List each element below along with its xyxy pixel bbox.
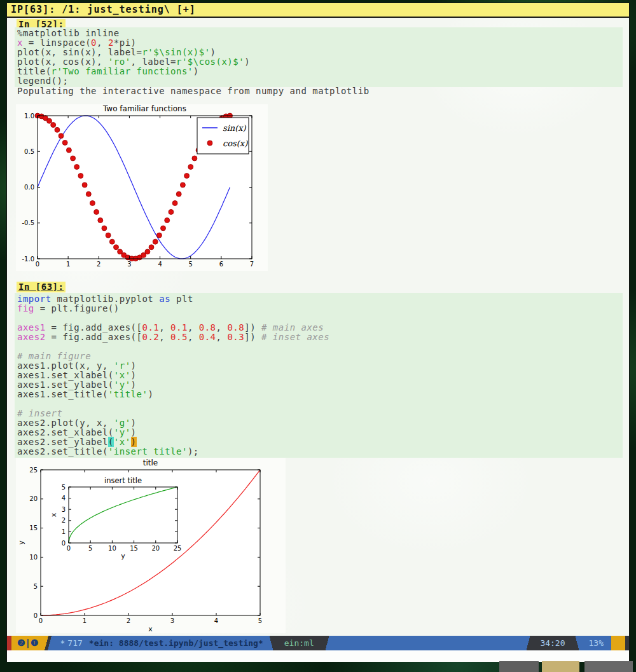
powerline-separator xyxy=(323,636,331,650)
modeline-accent-bar xyxy=(7,636,11,650)
powerline-separator xyxy=(524,636,532,650)
svg-text:sin(x): sin(x) xyxy=(223,123,247,133)
svg-text:15: 15 xyxy=(29,525,38,531)
svg-text:-1.0: -1.0 xyxy=(22,256,34,263)
svg-text:0: 0 xyxy=(39,617,43,624)
buffer-segment: * 717 *ein: 8888/test.ipynb/just_testing… xyxy=(53,636,267,650)
svg-text:1: 1 xyxy=(62,528,66,535)
svg-text:0: 0 xyxy=(62,540,66,547)
major-mode-segment: ein:ml xyxy=(275,636,323,650)
modified-flag: * xyxy=(60,636,66,650)
svg-text:0.0: 0.0 xyxy=(24,184,34,191)
cell-output-text: Populating the interactive namespace fro… xyxy=(17,86,370,96)
battery-icon xyxy=(611,636,625,650)
buffer-name: *ein: 8888/test.ipynb/just_testing* xyxy=(89,636,263,650)
svg-text:-0.5: -0.5 xyxy=(22,219,34,226)
modeline-filler xyxy=(331,636,525,650)
svg-text:cos(x): cos(x) xyxy=(223,139,248,148)
svg-text:3: 3 xyxy=(170,617,174,624)
svg-text:5: 5 xyxy=(258,617,262,624)
taskbar-window-2[interactable] xyxy=(542,661,579,672)
taskbar-window-3[interactable] xyxy=(584,661,633,672)
svg-text:2: 2 xyxy=(62,517,66,524)
svg-text:x: x xyxy=(148,625,153,633)
modeline-endcap xyxy=(625,636,629,650)
powerline-separator xyxy=(267,636,275,650)
modeline: ❷|❶ * 717 *ein: 8888/test.ipynb/just_tes… xyxy=(7,636,629,650)
svg-text:10: 10 xyxy=(108,545,116,552)
svg-text:3: 3 xyxy=(62,506,66,513)
echo-area xyxy=(7,650,629,662)
header-title: IP[63]: /1: just_testing\ xyxy=(11,4,177,15)
clock-display: 34:20 xyxy=(532,636,572,650)
svg-text:25: 25 xyxy=(174,545,182,552)
code-cell-63[interactable]: import matplotlib.pyplot as pltfig = plt… xyxy=(15,293,623,458)
plot-title-figure: 0123450510152025titlexy0510152025012345i… xyxy=(16,458,286,633)
svg-text:5: 5 xyxy=(62,484,66,491)
svg-text:1: 1 xyxy=(83,617,86,624)
svg-text:insert title: insert title xyxy=(104,476,142,485)
add-cell-button[interactable]: [+] xyxy=(177,4,196,15)
svg-text:5: 5 xyxy=(189,261,193,268)
svg-text:3: 3 xyxy=(127,261,131,268)
code-text-52[interactable]: %matplotlib inlinex = linspace(0, 2*pi)p… xyxy=(17,29,623,86)
svg-text:0: 0 xyxy=(34,612,38,619)
svg-text:1.0: 1.0 xyxy=(24,113,34,120)
notebook-header-line: IP[63]: /1: just_testing\ [+] xyxy=(7,3,629,18)
svg-text:25: 25 xyxy=(29,467,38,474)
svg-text:y: y xyxy=(121,552,125,560)
buffer-position: 717 xyxy=(67,636,82,650)
svg-text:0: 0 xyxy=(36,261,39,268)
svg-text:title: title xyxy=(143,458,158,467)
svg-text:0.5: 0.5 xyxy=(24,148,34,155)
svg-text:4: 4 xyxy=(158,261,162,268)
svg-text:4: 4 xyxy=(62,495,66,502)
svg-text:20: 20 xyxy=(29,495,38,502)
window-number-segment: ❷|❶ xyxy=(11,636,45,650)
svg-text:Two familiar functions: Two familiar functions xyxy=(102,104,186,113)
powerline-separator xyxy=(573,636,581,650)
code-cell-52[interactable]: %matplotlib inlinex = linspace(0, 2*pi)p… xyxy=(15,27,623,87)
svg-text:5: 5 xyxy=(88,545,92,552)
powerline-separator xyxy=(45,636,53,650)
battery-percentage: 13% xyxy=(581,636,611,650)
svg-text:1: 1 xyxy=(66,261,70,268)
emacs-frame: IP[63]: /1: just_testing\ [+] In [52]: %… xyxy=(6,3,630,662)
svg-text:20: 20 xyxy=(151,545,160,552)
code-text-63[interactable]: import matplotlib.pyplot as pltfig = plt… xyxy=(17,294,623,456)
cell-prompt-in-63: In [63]: xyxy=(17,282,66,292)
svg-text:x: x xyxy=(50,512,58,517)
svg-text:6: 6 xyxy=(219,261,223,268)
svg-text:4: 4 xyxy=(214,617,218,624)
svg-text:2: 2 xyxy=(127,617,130,624)
taskbar-window-1[interactable] xyxy=(499,661,539,672)
svg-text:0: 0 xyxy=(67,545,71,552)
svg-text:10: 10 xyxy=(29,554,38,561)
svg-text:5: 5 xyxy=(34,583,38,590)
plot-sin-cos: 01234567-1.0-0.50.00.51.0Two familiar fu… xyxy=(16,104,268,271)
svg-text:15: 15 xyxy=(130,545,138,552)
svg-text:7: 7 xyxy=(250,261,254,268)
svg-text:y: y xyxy=(17,540,25,545)
svg-text:2: 2 xyxy=(97,261,100,268)
